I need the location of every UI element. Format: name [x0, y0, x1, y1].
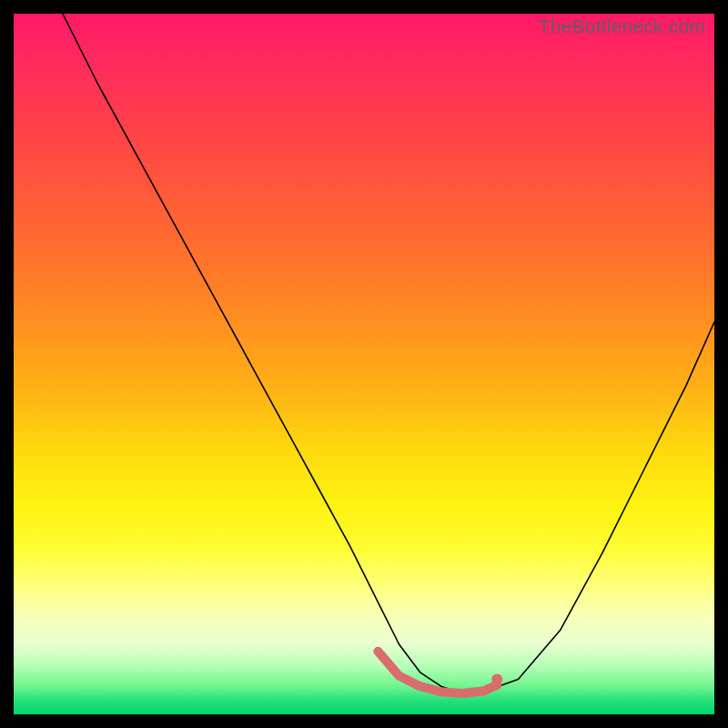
chart-root: TheBottleneck.com [0, 0, 728, 728]
curve-layer [14, 14, 714, 714]
series-bottleneck-curve [63, 14, 714, 693]
marker-band-end-dot [491, 674, 502, 685]
series-optimal-band [378, 652, 497, 693]
plot-area: TheBottleneck.com [14, 14, 714, 714]
